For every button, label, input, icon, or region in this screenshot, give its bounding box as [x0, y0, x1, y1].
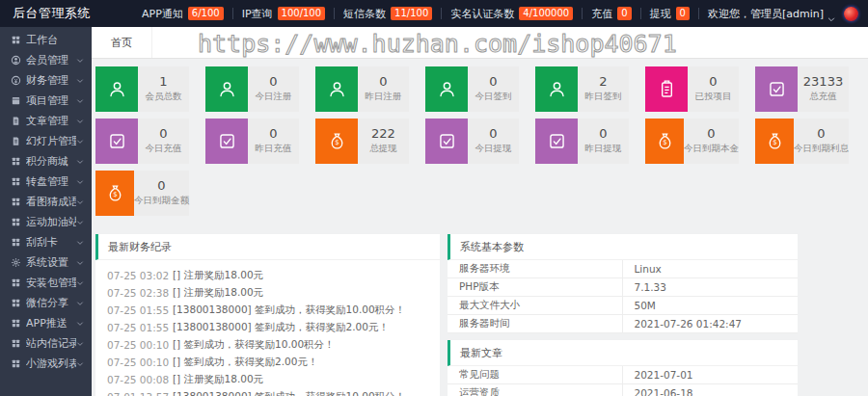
record-text: [] 注册奖励18.00元 — [173, 269, 263, 282]
chevron-down-icon[interactable] — [827, 10, 836, 19]
stat-card[interactable]: $ 0 今日到期利息 — [755, 119, 849, 164]
finance-record-row[interactable]: 07-25 00:10 [] 签到成功，获得奖励10.00积分！ — [95, 336, 440, 354]
stat-card-value: 0 — [159, 127, 167, 141]
project-icon — [11, 95, 21, 106]
sidebar-item[interactable]: 系统设置 — [0, 252, 92, 273]
sidebar-item-label: 文章管理 — [26, 114, 68, 128]
article-title: 运营资质 — [448, 384, 623, 396]
sidebar-item[interactable]: 看图猜成语 — [0, 192, 92, 212]
stat-card[interactable]: 0 今日签到 — [425, 66, 519, 112]
topbar-stat[interactable]: 短信条数 11/100 — [343, 7, 432, 21]
topbar-stat-label: 提现 — [650, 7, 671, 21]
param-value: Linux — [623, 260, 799, 277]
topbar-stat[interactable]: APP通知 6/100 — [142, 7, 224, 21]
svg-text:$: $ — [113, 191, 117, 198]
sidebar-item[interactable]: 财务管理 — [0, 70, 92, 91]
topbar-stat[interactable]: 实名认证条数 4/100000 — [450, 7, 573, 21]
sidebar-item-label: 财务管理 — [26, 73, 68, 88]
stat-card[interactable]: $ 0 今日到期金额 — [95, 171, 189, 216]
sidebar-item-label: 积分商城 — [26, 154, 68, 169]
finance-panel-title: 最新财务纪录 — [95, 234, 440, 260]
topbar-stat[interactable]: IP查询 100/100 — [242, 7, 325, 21]
param-label: 服务器环境 — [448, 260, 623, 277]
finance-panel: 最新财务纪录 07-25 03:02 [] 注册奖励18.00元 07-25 0… — [95, 234, 440, 396]
bomb-icon[interactable] — [844, 7, 858, 21]
stat-card-label: 今日注册 — [256, 91, 292, 103]
stat-card-label: 昨日签到 — [585, 91, 622, 103]
sidebar-item[interactable]: 刮刮卡 — [0, 232, 92, 252]
sidebar-item[interactable]: 运动加油站 — [0, 212, 92, 232]
chevron-down-icon — [76, 57, 84, 65]
record-time: 07-25 02:38 — [107, 287, 173, 299]
topbar-stat[interactable]: 提现 0 — [650, 7, 690, 21]
chevron-down-icon — [76, 259, 84, 267]
stat-cards: 1 会员总数 0 今日注册 — [95, 66, 863, 216]
svg-text:$: $ — [663, 139, 666, 146]
grid-icon — [11, 197, 21, 207]
grid-icon — [11, 318, 21, 329]
dashboard-content: 1 会员总数 0 今日注册 — [92, 59, 868, 396]
sidebar-item[interactable]: APP推送 — [0, 313, 92, 333]
sidebar-item[interactable]: 安装包管理 — [0, 273, 92, 293]
record-time: 07-25 01:55 — [107, 304, 173, 316]
stat-card[interactable]: 0 今日充值 — [95, 119, 189, 164]
system-panel: 系统基本参数 服务器环境 Linux PHP版本 7.1.33 — [448, 234, 798, 333]
stat-card[interactable]: 0 昨日提现 — [535, 119, 629, 164]
topbar-stat-list: APP通知 6/100 IP查询 100/100 短信条数 — [142, 7, 708, 21]
grid-icon — [11, 358, 21, 369]
stat-card[interactable]: 1 会员总数 — [95, 66, 189, 112]
stat-card-label: 今日到期本金 — [684, 143, 739, 155]
finance-record-row[interactable]: 07-25 02:38 [] 注册奖励18.00元 — [95, 284, 440, 302]
sidebar-item[interactable]: 项目管理 — [0, 91, 92, 111]
stat-card-value: 0 — [707, 127, 715, 141]
stat-card-value: 0 — [489, 127, 497, 141]
table-row: 服务器时间 2021-07-26 01:42:47 — [448, 315, 798, 333]
topbar-stat-label: 短信条数 — [343, 7, 386, 21]
sidebar-item[interactable]: 转盘管理 — [0, 172, 92, 192]
table-row[interactable]: 常见问题 2021-07-01 — [448, 366, 798, 384]
stat-card[interactable]: 0 昨日充值 — [205, 119, 299, 164]
stat-card[interactable]: 0 今日提现 — [425, 119, 519, 164]
stat-card[interactable]: 0 今日注册 — [205, 66, 299, 112]
stat-card[interactable]: 0 已投项目 — [645, 66, 739, 112]
finance-record-row[interactable]: 07-25 03:02 [] 注册奖励18.00元 — [95, 267, 440, 284]
chevron-down-icon — [76, 118, 84, 125]
chevron-down-icon — [76, 158, 84, 166]
sidebar-item[interactable]: 会员管理 — [0, 50, 92, 70]
svg-text:$: $ — [773, 139, 776, 146]
stat-card[interactable]: 2 昨日签到 — [535, 66, 629, 112]
stat-card-label: 今日到期金额 — [134, 195, 189, 207]
param-value: 7.1.33 — [623, 278, 799, 296]
user-icon — [327, 79, 347, 99]
topbar-stat[interactable]: 充值 0 — [591, 7, 631, 21]
status-badge: 4/100000 — [519, 7, 573, 20]
stat-card[interactable]: 23133 总充值 — [755, 66, 849, 112]
stat-card-value: 2 — [599, 75, 607, 89]
stat-card-label: 今日充值 — [146, 143, 182, 155]
welcome-text[interactable]: 欢迎您，管理员[admin] — [708, 7, 824, 21]
param-label: 最大文件大小 — [448, 297, 623, 314]
stat-card-label: 昨日注册 — [366, 91, 402, 103]
tab-home[interactable]: 首页 — [92, 27, 152, 58]
stat-card-value: 0 — [157, 179, 165, 193]
sidebar-item[interactable]: 积分商城 — [0, 151, 92, 172]
finance-record-row[interactable]: 07-25 01:55 [13800138000] 签到成功，获得奖励2.00元… — [95, 319, 440, 336]
sidebar-item[interactable]: 工作台 — [0, 30, 92, 50]
coin-icon — [11, 75, 21, 86]
divider — [698, 8, 699, 19]
sidebar-item[interactable]: 幻灯片管理 — [0, 131, 92, 151]
finance-record-row[interactable]: 07-01 13:57 [13800138000] 签到成功，获得奖励10.00… — [95, 388, 440, 396]
sidebar-item[interactable]: 站内信记录 — [0, 333, 92, 354]
sidebar-item[interactable]: 文章管理 — [0, 111, 92, 131]
chevron-down-icon — [76, 77, 84, 85]
sidebar-item[interactable]: 小游戏列表 — [0, 354, 92, 374]
finance-record-row[interactable]: 07-25 00:08 [] 注册奖励18.00元 — [95, 371, 440, 388]
finance-record-row[interactable]: 07-25 01:55 [13800138000] 签到成功，获得奖励10.00… — [95, 302, 440, 319]
table-row: 服务器环境 Linux — [448, 260, 798, 278]
finance-record-row[interactable]: 07-25 00:10 [] 签到成功，获得奖励2.00元！ — [95, 354, 440, 371]
stat-card[interactable]: 0 昨日注册 — [315, 66, 409, 112]
table-row[interactable]: 运营资质 2021-06-18 — [448, 384, 798, 396]
stat-card[interactable]: $ 222 总提现 — [315, 119, 409, 164]
sidebar-item[interactable]: 微信分享 — [0, 293, 92, 313]
stat-card[interactable]: $ 0 今日到期本金 — [645, 119, 739, 164]
